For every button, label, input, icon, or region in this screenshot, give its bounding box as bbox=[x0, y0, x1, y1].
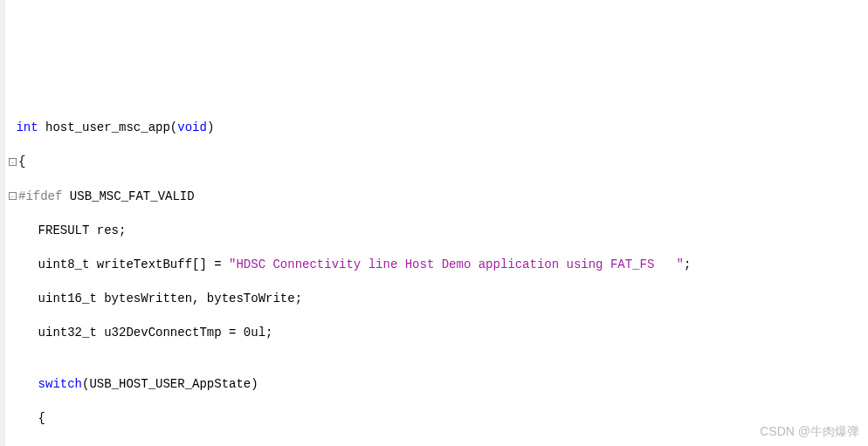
code-editor[interactable]: int host_user_msc_app(void) -{ -#ifdef U… bbox=[2, 103, 868, 446]
code-line: -#ifdef USB_MSC_FAT_VALID bbox=[9, 189, 868, 206]
code-line: int host_user_msc_app(void) bbox=[9, 120, 868, 137]
keyword: switch bbox=[38, 377, 82, 391]
fold-icon[interactable]: - bbox=[9, 158, 17, 166]
keyword: int bbox=[16, 120, 38, 134]
code-line: uint8_t writeTextBuff[] = "HDSC Connecti… bbox=[9, 257, 868, 274]
code-line: -{ bbox=[9, 154, 868, 171]
fold-icon[interactable]: - bbox=[9, 192, 17, 200]
preprocessor: #ifdef bbox=[18, 189, 62, 203]
string-literal: "HDSC Connectivity line Host Demo applic… bbox=[229, 257, 684, 271]
gutter bbox=[0, 0, 5, 446]
code-line: { bbox=[9, 410, 868, 428]
code-line: FRESULT res; bbox=[9, 223, 868, 240]
code-line: switch(USB_HOST_USER_AppState) bbox=[9, 376, 868, 394]
keyword: void bbox=[177, 120, 207, 134]
code-line: uint32_t u32DevConnectTmp = 0ul; bbox=[9, 325, 868, 342]
watermark: CSDN @牛肉爆弹 bbox=[760, 423, 859, 441]
code-line: uint16_t bytesWritten, bytesToWrite; bbox=[9, 291, 868, 308]
